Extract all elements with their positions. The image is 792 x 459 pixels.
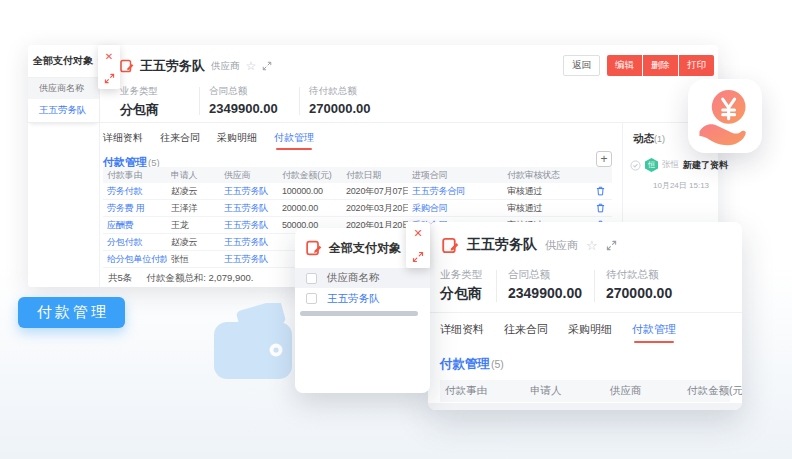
delete-button[interactable]: 删除: [643, 55, 678, 76]
activity-item: 恒 张恒 新建了资料: [630, 158, 728, 172]
panel-window-controls: ✕: [98, 45, 120, 89]
record-type-tag: 供应商: [211, 60, 240, 73]
info-pending-total: 待付款总额 270000.00: [606, 268, 672, 301]
hand-shape: [699, 124, 745, 145]
payment-section-title: 付款管理 (5): [440, 356, 504, 373]
table-header: 付款事由 申请人 供应商 付款金额(元) 付款日期 进项合同 付款审核状态: [103, 167, 612, 183]
info-business-type: 业务类型 分包商: [440, 268, 482, 303]
horizontal-scrollbar[interactable]: [300, 311, 418, 316]
scroll-track[interactable]: [428, 403, 742, 410]
check-circle-icon: [630, 160, 641, 171]
feature-badge: 付款管理: [18, 297, 125, 328]
info-contract-total: 合同总额 2349900.00: [508, 268, 582, 301]
overlay-panel-title: 全部支付对象: [329, 240, 401, 257]
table-footer: 共5条 付款金额总和: 2,079,900.: [108, 272, 253, 285]
payment-reason-link[interactable]: 分包付款: [103, 236, 167, 249]
row-checkbox[interactable]: [306, 293, 317, 304]
activity-action: 新建了资料: [683, 159, 728, 172]
tab-detail-info[interactable]: 详细资料: [440, 322, 484, 337]
favorite-star-icon[interactable]: ☆: [586, 239, 598, 252]
record-doc-icon: [306, 240, 322, 256]
status-badge: 审核通过: [503, 202, 588, 215]
supplier-link[interactable]: 王五劳务队: [220, 236, 278, 249]
detail-tabs: 详细资料 往来合同 采购明细 付款管理: [103, 131, 314, 145]
activity-time: 10月24日 15:13: [653, 180, 709, 191]
activity-user: 张恒: [662, 159, 679, 171]
panel-title: 全部支付对象: [33, 54, 93, 68]
tab-purchase-detail[interactable]: 采购明细: [568, 322, 612, 337]
trash-icon[interactable]: [588, 203, 612, 213]
tab-payment-management[interactable]: 付款管理: [274, 131, 314, 145]
info-pending-total: 待付款总额 270000.00: [309, 85, 370, 116]
contract-link[interactable]: 王五劳务合同: [408, 185, 503, 198]
record-doc-icon: [442, 237, 459, 254]
table-row: 劳务付款 赵凌云 王五劳务队 100000.00 2020年07月07日 王五劳…: [103, 183, 612, 200]
payment-reason-link[interactable]: 应酬费: [103, 219, 167, 232]
panel-title-row[interactable]: 全部支付对象: [28, 45, 99, 78]
payment-reason-link[interactable]: 给分包单位付款: [103, 253, 167, 266]
record-title: 王五劳务队: [467, 236, 537, 254]
supplier-link[interactable]: 王五劳务队: [220, 185, 278, 198]
record-type-tag: 供应商: [545, 238, 578, 253]
table-row: 劳务费 用 王泽洋 王五劳务队 20000.00 2020年03月20日 采购合…: [103, 200, 612, 217]
close-icon[interactable]: ✕: [406, 222, 430, 245]
supplier-link[interactable]: 王五劳务队: [220, 253, 278, 266]
row-count: 共5条: [108, 272, 132, 285]
tab-payment-management[interactable]: 付款管理: [632, 322, 676, 337]
payment-feature-icon: [688, 79, 762, 153]
overlay-column-header-row: 供应商名称: [295, 268, 430, 288]
supplier-link[interactable]: 王五劳务队: [220, 202, 278, 215]
record-title: 王五劳务队: [140, 57, 205, 75]
tab-purchase-detail[interactable]: 采购明细: [217, 131, 257, 145]
tab-contracts[interactable]: 往来合同: [160, 131, 200, 145]
record-header: 王五劳务队 供应商 ☆: [120, 53, 272, 79]
status-badge: 审核通过: [503, 185, 588, 198]
info-business-type: 业务类型 分包商: [120, 85, 159, 119]
detail-tabs: 详细资料 往来合同 采购明细 付款管理: [440, 322, 676, 337]
close-icon[interactable]: ✕: [98, 45, 120, 67]
info-contract-total: 合同总额 2349900.00: [209, 85, 278, 116]
tab-contracts[interactable]: 往来合同: [504, 322, 548, 337]
supplier-list-item[interactable]: 王五劳务队: [28, 99, 99, 123]
back-button[interactable]: 返回: [563, 55, 600, 76]
payment-reason-link[interactable]: 劳务费 用: [103, 202, 167, 215]
print-button[interactable]: 打印: [679, 55, 714, 76]
overlay-table-header: 付款事由 申请人 供应商 付款金额(元): [440, 380, 730, 402]
expand-icon[interactable]: [406, 245, 430, 268]
payment-reason-link[interactable]: 劳务付款: [103, 185, 167, 198]
sum-total: 付款金额总和: 2,079,900.: [146, 272, 253, 285]
supplier-link[interactable]: 王五劳务队: [220, 219, 278, 232]
overlay-record-card: 王五劳务队 供应商 ☆ 业务类型 分包商 合同总额 2349900.00 待付款…: [428, 222, 742, 410]
expand-icon[interactable]: [98, 67, 120, 89]
add-payment-button[interactable]: +: [596, 151, 612, 167]
maximize-icon[interactable]: [606, 240, 617, 251]
record-doc-icon: [120, 59, 134, 73]
payment-targets-panel: 全部支付对象 供应商名称 王五劳务队: [28, 45, 100, 287]
favorite-star-icon[interactable]: ☆: [246, 60, 257, 72]
wallet-icon: [212, 303, 297, 381]
record-actions: 返回 编辑 删除 打印: [563, 55, 714, 76]
avatar: 恒: [645, 158, 658, 172]
overlay-record-header: 王五劳务队 供应商 ☆: [442, 234, 617, 256]
edit-button[interactable]: 编辑: [607, 55, 642, 76]
maximize-icon[interactable]: [262, 61, 272, 71]
select-all-checkbox[interactable]: [306, 273, 317, 284]
overlay-window-controls: ✕: [406, 222, 430, 268]
trash-icon[interactable]: [588, 186, 612, 196]
contract-link[interactable]: 采购合同: [408, 202, 503, 215]
tab-detail-info[interactable]: 详细资料: [103, 131, 143, 145]
supplier-name-column-header: 供应商名称: [28, 78, 99, 99]
overlay-supplier-row[interactable]: 王五劳务队: [295, 288, 430, 309]
